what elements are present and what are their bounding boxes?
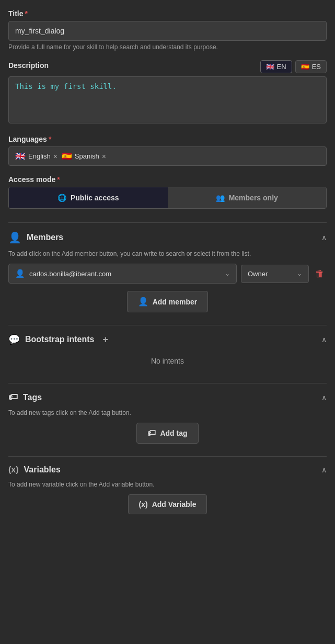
tags-collapse-icon: ∧ — [321, 393, 327, 402]
variables-section: (x) Variables ∧ To add new variable clic… — [8, 457, 327, 523]
bootstrap-collapse-icon: ∧ — [321, 335, 327, 344]
members-hint: To add click on the Add member button, y… — [8, 250, 327, 257]
title-input[interactable] — [8, 21, 327, 41]
variables-title: (x) Variables — [8, 465, 61, 474]
members-section: 👤 Members ∧ To add click on the Add memb… — [8, 223, 327, 321]
variables-hint: To add new variable click on the Add var… — [8, 481, 327, 488]
bootstrap-intents-section: 💬 Bootstrap intents + ∧ No intents — [8, 325, 327, 379]
bootstrap-intents-header[interactable]: 💬 Bootstrap intents + ∧ — [8, 334, 327, 352]
variable-icon: (x) — [8, 465, 19, 474]
access-mode-label: Access mode* — [8, 175, 327, 184]
title-label: Title* — [8, 9, 327, 18]
members-collapse-icon: ∧ — [321, 233, 327, 242]
lang-en-button[interactable]: 🇬🇧 EN — [260, 60, 292, 73]
tags-title: 🏷 Tags — [8, 392, 42, 403]
description-input[interactable]: This is my first skill. — [8, 76, 327, 123]
variables-body: To add new variable click on the Add var… — [8, 481, 327, 523]
add-member-button[interactable]: 👤 Add member — [127, 291, 209, 312]
person-icon: 👤 — [8, 231, 21, 244]
en-flag-icon: 🇬🇧 — [266, 63, 274, 71]
add-member-icon: 👤 — [138, 297, 148, 307]
role-select[interactable]: Owner ⌄ — [241, 265, 309, 283]
language-tag-spanish: 🇪🇸 Spanish × — [62, 151, 106, 161]
add-variable-icon: (x) — [139, 500, 148, 509]
access-mode-section: Access mode* 🌐 Public access 👥 Members o… — [8, 175, 327, 209]
add-variable-button[interactable]: (x) Add Variable — [128, 494, 207, 514]
description-label: Description — [8, 61, 49, 70]
tags-hint: To add new tags click on the Add tag but… — [8, 409, 327, 416]
languages-field[interactable]: 🇬🇧 English × 🇪🇸 Spanish × — [8, 146, 327, 166]
members-title: 👤 Members — [8, 231, 63, 244]
language-toggle: 🇬🇧 EN 🇪🇸 ES — [260, 60, 327, 73]
title-hint: Provide a full name for your skill to he… — [8, 43, 327, 51]
english-flag-icon: 🇬🇧 — [15, 151, 26, 161]
members-body: To add click on the Add member button, y… — [8, 250, 327, 321]
member-avatar-icon: 👤 — [15, 269, 25, 278]
languages-label: Languages* — [8, 135, 327, 143]
tags-section: 🏷 Tags ∧ To add new tags click on the Ad… — [8, 383, 327, 452]
language-tag-english: 🇬🇧 English × — [15, 151, 57, 161]
chat-bubble-icon: 💬 — [8, 334, 20, 345]
members-header[interactable]: 👤 Members ∧ — [8, 231, 327, 250]
remove-spanish-button[interactable]: × — [102, 153, 106, 160]
variables-header[interactable]: (x) Variables ∧ — [8, 465, 327, 481]
description-header: Description 🇬🇧 EN 🇪🇸 ES — [8, 60, 327, 73]
public-access-button[interactable]: 🌐 Public access — [9, 187, 168, 208]
tags-header[interactable]: 🏷 Tags ∧ — [8, 392, 327, 409]
spanish-flag-icon: 🇪🇸 — [62, 151, 72, 161]
access-mode-toggle: 🌐 Public access 👥 Members only — [8, 187, 327, 209]
lang-es-button[interactable]: 🇪🇸 ES — [295, 60, 327, 73]
remove-english-button[interactable]: × — [53, 153, 57, 160]
tags-body: To add new tags click on the Add tag but… — [8, 409, 327, 452]
member-row: 👤 carlos.bonilla@iberant.com ⌄ Owner ⌄ 🗑 — [8, 264, 327, 284]
members-only-button[interactable]: 👥 Members only — [168, 187, 327, 208]
variables-collapse-icon: ∧ — [321, 466, 327, 474]
description-section: Description 🇬🇧 EN 🇪🇸 ES This is my first… — [8, 60, 327, 126]
members-icon: 👥 — [216, 194, 225, 202]
member-email-select[interactable]: 👤 carlos.bonilla@iberant.com ⌄ — [8, 264, 237, 284]
globe-icon: 🌐 — [57, 194, 66, 202]
bootstrap-intents-body: No intents — [8, 352, 327, 379]
languages-section: Languages* 🇬🇧 English × 🇪🇸 Spanish × — [8, 135, 327, 166]
add-intent-button[interactable]: + — [102, 334, 108, 345]
add-tag-button[interactable]: 🏷 Add tag — [136, 423, 198, 444]
member-dropdown-arrow-icon: ⌄ — [225, 270, 230, 277]
tag-icon: 🏷 — [8, 392, 18, 403]
trash-icon: 🗑 — [315, 268, 325, 279]
no-intents-text: No intents — [8, 352, 327, 370]
add-tag-icon: 🏷 — [147, 428, 156, 438]
role-dropdown-arrow-icon: ⌄ — [297, 270, 302, 277]
delete-member-button[interactable]: 🗑 — [313, 266, 327, 281]
bootstrap-intents-title: 💬 Bootstrap intents + — [8, 334, 108, 345]
title-section: Title* Provide a full name for your skil… — [8, 9, 327, 51]
es-flag-icon: 🇪🇸 — [301, 63, 309, 71]
